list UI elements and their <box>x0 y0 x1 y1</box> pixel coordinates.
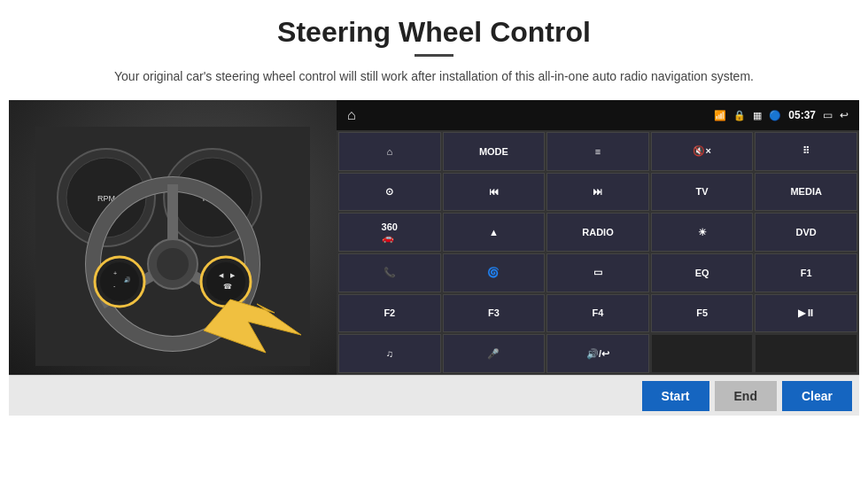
grid-cell-1-1[interactable]: ⏮ <box>443 173 546 212</box>
page-container: Steering Wheel Control Your original car… <box>0 0 868 482</box>
panel-top-bar: ⌂ 📶 🔒 ▦ 🔵 05:37 ▭ ↩ <box>337 100 859 130</box>
title-divider <box>415 54 453 57</box>
grid-cell-0-0[interactable]: ⌂ <box>338 132 441 171</box>
page-title: Steering Wheel Control <box>277 16 591 49</box>
grid-cell-4-4[interactable]: ▶⏸ <box>755 294 857 333</box>
grid-cell-0-2[interactable]: ≡ <box>546 132 649 171</box>
grid-row-3: 📞🌀▭EQF1 <box>338 253 857 292</box>
grid-cell-2-1[interactable]: ▲ <box>443 213 546 252</box>
page-subtitle: Your original car's steering wheel contr… <box>114 67 754 86</box>
grid-cell-5-2[interactable]: 🔊/↩ <box>546 334 649 373</box>
grid-cell-3-0[interactable]: 📞 <box>338 253 441 292</box>
grid-cell-1-0[interactable]: ⊙ <box>338 173 441 212</box>
wifi-icon: 📶 <box>714 110 726 121</box>
grid-cell-0-1[interactable]: MODE <box>443 132 546 171</box>
grid-cell-1-2[interactable]: ⏭ <box>546 173 649 212</box>
grid-cell-1-3[interactable]: TV <box>651 173 754 212</box>
grid-cell-4-0[interactable]: F2 <box>338 294 441 333</box>
home-icon[interactable]: ⌂ <box>347 107 356 123</box>
steering-wheel-svg: RPM KM/H + <box>35 127 310 366</box>
steering-bg: RPM KM/H + <box>9 100 337 375</box>
grid-cell-3-4[interactable]: F1 <box>755 253 857 292</box>
grid-cell-3-3[interactable]: EQ <box>651 253 754 292</box>
sim-icon: ▦ <box>753 110 762 121</box>
svg-text:☎: ☎ <box>223 283 232 291</box>
screen-icon[interactable]: ▭ <box>823 109 833 121</box>
grid-cell-3-2[interactable]: ▭ <box>546 253 649 292</box>
grid-row-4: F2F3F4F5▶⏸ <box>338 294 857 333</box>
grid-cell-0-4[interactable]: ⠿ <box>755 132 857 171</box>
time-display: 05:37 <box>788 109 816 121</box>
grid-area: ⌂MODE≡🔇×⠿⊙⏮⏭TVMEDIA360 🚗▲RADIO☀DVD📞🌀▭EQF… <box>337 130 859 375</box>
grid-cell-5-4[interactable] <box>755 334 857 373</box>
grid-cell-2-3[interactable]: ☀ <box>651 213 754 252</box>
grid-cell-5-0[interactable]: ♫ <box>338 334 441 373</box>
content-row: RPM KM/H + <box>9 100 859 375</box>
clear-button[interactable]: Clear <box>782 381 852 411</box>
back-icon[interactable]: ↩ <box>840 109 849 121</box>
grid-cell-0-3[interactable]: 🔇× <box>651 132 754 171</box>
grid-cell-3-1[interactable]: 🌀 <box>443 253 546 292</box>
bt-icon: 🔵 <box>769 110 781 121</box>
start-button[interactable]: Start <box>642 381 709 411</box>
grid-row-5: ♫🎤🔊/↩ <box>338 334 857 373</box>
car-image: RPM KM/H + <box>9 100 337 375</box>
svg-point-20 <box>206 262 245 301</box>
grid-row-2: 360 🚗▲RADIO☀DVD <box>338 213 857 252</box>
panel-top-left: ⌂ <box>347 107 356 123</box>
grid-row-1: ⊙⏮⏭TVMEDIA <box>338 173 857 212</box>
panel-top-right: 📶 🔒 ▦ 🔵 05:37 ▭ ↩ <box>714 109 849 121</box>
grid-row-0: ⌂MODE≡🔇×⠿ <box>338 132 857 171</box>
grid-cell-1-4[interactable]: MEDIA <box>755 173 857 212</box>
svg-text:🔊: 🔊 <box>124 276 131 284</box>
grid-cell-5-3[interactable] <box>651 334 754 373</box>
svg-point-13 <box>157 248 189 280</box>
grid-cell-4-2[interactable]: F4 <box>546 294 649 333</box>
bottom-bar: Start End Clear <box>9 375 859 416</box>
grid-cell-4-3[interactable]: F5 <box>651 294 754 333</box>
grid-cell-2-0[interactable]: 360 🚗 <box>338 213 441 252</box>
grid-cell-2-2[interactable]: RADIO <box>546 213 649 252</box>
grid-cell-5-1[interactable]: 🎤 <box>443 334 546 373</box>
end-button[interactable]: End <box>715 381 777 411</box>
lock-icon: 🔒 <box>733 110 746 121</box>
svg-point-15 <box>100 262 139 301</box>
grid-cell-2-4[interactable]: DVD <box>755 213 857 252</box>
svg-text:+: + <box>113 270 117 276</box>
grid-cell-4-1[interactable]: F3 <box>443 294 546 333</box>
control-panel: ⌂ 📶 🔒 ▦ 🔵 05:37 ▭ ↩ ⌂MODE≡🔇×⠿⊙⏮⏭TVMEDIA3… <box>337 100 859 375</box>
